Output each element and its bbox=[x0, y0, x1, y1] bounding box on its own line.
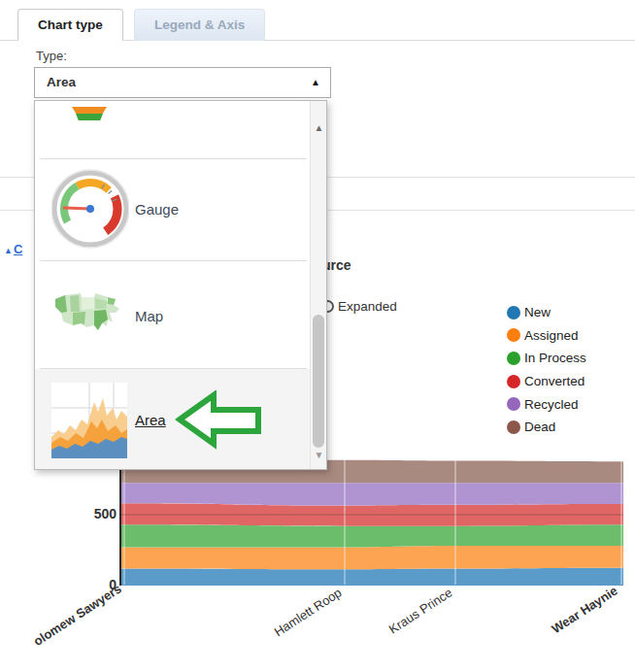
legend-dot-icon bbox=[507, 420, 520, 434]
legend-item: Dead bbox=[507, 416, 586, 439]
legend-item: Recycled bbox=[507, 392, 586, 416]
scrollbar-down-icon[interactable]: ▼ bbox=[311, 446, 327, 465]
scrollbar-up-icon[interactable]: ▲ bbox=[311, 118, 327, 138]
legend-dot-icon bbox=[507, 375, 520, 388]
dropdown-item-map[interactable]: Map bbox=[35, 261, 310, 368]
legend-dot-icon bbox=[507, 306, 520, 319]
collapse-triangle-icon: ▲ bbox=[4, 246, 13, 255]
scrollbar-thumb[interactable] bbox=[313, 315, 324, 448]
dropdown-list: Gauge Map bbox=[35, 101, 310, 469]
collapse-link[interactable]: ▲C bbox=[4, 242, 22, 256]
legend-dot-icon bbox=[507, 328, 520, 342]
y-axis-tick-500: 500 bbox=[82, 506, 117, 521]
legend-item: In Process bbox=[507, 347, 586, 370]
expanded-radio[interactable]: Expanded bbox=[321, 298, 397, 314]
legend-item: Converted bbox=[507, 370, 586, 393]
tab-chart-type[interactable]: Chart type bbox=[17, 9, 123, 41]
gauge-icon bbox=[51, 168, 129, 250]
funnel-icon bbox=[72, 107, 107, 114]
legend-item: Assigned bbox=[507, 324, 586, 348]
dropdown-item-area[interactable]: Area bbox=[35, 369, 310, 469]
chart-legend: New Assigned In Process Converted Recycl… bbox=[507, 301, 586, 439]
dropdown-item-partial[interactable] bbox=[35, 101, 310, 157]
dropdown-item-gauge[interactable]: Gauge bbox=[35, 159, 310, 260]
us-map-icon bbox=[51, 276, 129, 353]
legend-dot-icon bbox=[507, 397, 520, 411]
area-chart-icon bbox=[51, 383, 127, 458]
type-field-label: Type: bbox=[36, 49, 67, 63]
legend-dot-icon bbox=[507, 352, 520, 365]
funnel-icon bbox=[76, 114, 103, 120]
tab-legend-axis[interactable]: Legend & Axis bbox=[134, 9, 265, 41]
annotation-left-arrow-icon bbox=[175, 390, 264, 451]
chart-config-screen: 500 0 olomew Sawyers Hamlett Roop Kraus … bbox=[0, 0, 635, 672]
legend-item: New bbox=[507, 301, 586, 324]
selected-type-value: Area bbox=[47, 75, 76, 89]
chevron-up-icon: ▲ bbox=[311, 68, 320, 97]
dropdown-scrollbar[interactable]: ▲ ▼ bbox=[310, 101, 326, 469]
radio-label: Expanded bbox=[338, 299, 397, 314]
chart-type-select[interactable]: Area ▲ bbox=[34, 67, 331, 98]
